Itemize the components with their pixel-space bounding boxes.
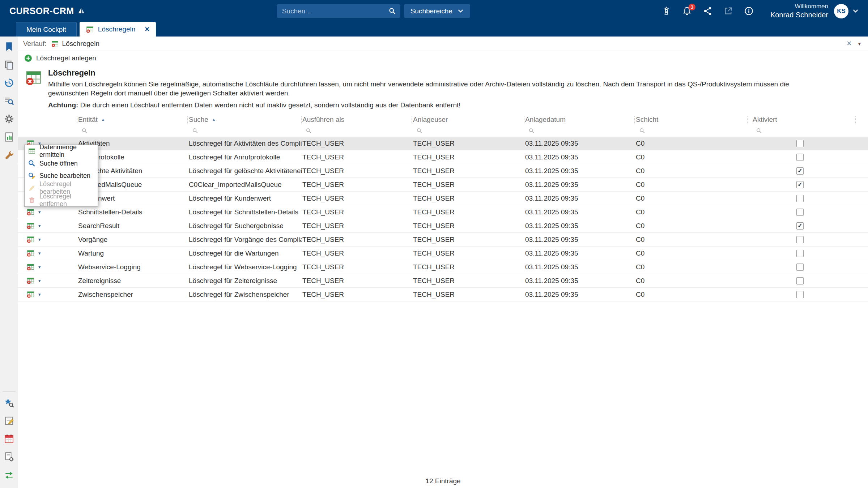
table-row[interactable]: ▾ Anrufprotokolle Löschregel für Anrufpr… bbox=[18, 150, 868, 164]
row-context-menu: Datenmenge ermitteln Suche öffnen Suche … bbox=[24, 145, 98, 207]
search-areas-button[interactable]: Suchbereiche bbox=[404, 4, 470, 18]
deletion-rule-icon bbox=[27, 236, 34, 243]
document-settings-icon[interactable] bbox=[4, 452, 14, 462]
activated-checkbox[interactable] bbox=[796, 264, 804, 271]
settings-gear-icon[interactable] bbox=[4, 114, 14, 124]
global-search-input[interactable] bbox=[277, 4, 400, 18]
column-filter-aktiviert[interactable] bbox=[748, 125, 868, 136]
table-row[interactable]: ▾ Webservice-Logging Löschregel für Webs… bbox=[18, 260, 868, 274]
column-header-schicht[interactable]: Schicht bbox=[635, 114, 748, 137]
column-header-anlagedatum[interactable]: Anlagedatum bbox=[524, 114, 635, 137]
cell-anlagedatum: 03.11.2025 09:35 bbox=[524, 167, 635, 175]
column-header-ausfuehren-als[interactable]: Ausführen als bbox=[302, 114, 412, 137]
row-menu-chevron-icon[interactable]: ▾ bbox=[38, 278, 41, 283]
tab-loeschregeln[interactable]: Löschregeln × bbox=[80, 22, 156, 37]
activated-checkbox[interactable]: ✓ bbox=[796, 222, 804, 230]
favorites-search-icon[interactable] bbox=[4, 398, 14, 408]
table-row[interactable]: ▾ ImportedMailsQueue C0Clear_ImportedMai… bbox=[18, 178, 868, 192]
menu-item-suche-bearbeiten[interactable]: Suche bearbeiten bbox=[25, 170, 98, 182]
external-link-icon[interactable] bbox=[723, 6, 733, 16]
copy-icon[interactable] bbox=[4, 60, 14, 70]
row-menu-chevron-icon[interactable]: ▾ bbox=[38, 251, 41, 256]
table-row[interactable]: ▾ Aktivitäten Löschregel für Aktivitäten… bbox=[18, 137, 868, 150]
table-row[interactable]: ▾ Kundenwert Löschregel für Kundenwert T… bbox=[18, 192, 868, 205]
logo-icon bbox=[77, 7, 85, 15]
notes-icon[interactable] bbox=[4, 416, 14, 426]
activated-checkbox[interactable] bbox=[796, 236, 804, 243]
activated-checkbox[interactable]: ✓ bbox=[796, 167, 804, 175]
activated-checkbox[interactable] bbox=[796, 195, 804, 202]
cell-suche: C0Clear_ImportedMailsQueue bbox=[188, 181, 302, 189]
filter-search-icon bbox=[756, 128, 762, 134]
cell-anlageuser: TECH_USER bbox=[412, 249, 524, 257]
history-icon[interactable] bbox=[4, 78, 14, 88]
activated-checkbox[interactable]: ✓ bbox=[796, 181, 804, 188]
activated-checkbox[interactable] bbox=[796, 209, 804, 216]
main-content: Verlauf: Löschregeln × ▾ Löschregel anle… bbox=[18, 37, 868, 488]
transfer-icon[interactable] bbox=[4, 470, 14, 480]
filter-search-icon bbox=[306, 128, 312, 134]
lighthouse-icon[interactable] bbox=[661, 6, 671, 16]
activated-checkbox[interactable] bbox=[796, 291, 804, 298]
column-filter-entitaet[interactable] bbox=[78, 125, 188, 136]
search-icon[interactable] bbox=[388, 7, 396, 15]
column-label: Suche bbox=[189, 116, 208, 124]
add-plus-icon[interactable] bbox=[24, 54, 32, 62]
column-header-entitaet[interactable]: Entität▲ bbox=[77, 114, 188, 137]
wrench-icon[interactable] bbox=[4, 150, 14, 160]
column-filter-ausfuehren-als[interactable] bbox=[302, 125, 412, 136]
column-filter-schicht[interactable] bbox=[636, 125, 748, 136]
cell-schicht: C0 bbox=[635, 140, 748, 147]
bookmark-icon[interactable] bbox=[4, 42, 14, 52]
table-row[interactable]: ▾ Gelöschte Aktivitäten Löschregel für g… bbox=[18, 164, 868, 178]
table-row[interactable]: ▾ Zeitereignisse Löschregel für Zeiterei… bbox=[18, 274, 868, 288]
cell-entitaet: Wartung bbox=[77, 249, 188, 257]
logo-text: CURSOR-CRM bbox=[9, 6, 74, 16]
column-filter-anlageuser[interactable] bbox=[413, 125, 524, 136]
calendar-icon[interactable] bbox=[4, 434, 14, 444]
table-row[interactable]: ▾ Vorgänge Löschregel für Vorgänge des C… bbox=[18, 233, 868, 247]
activated-checkbox[interactable] bbox=[796, 154, 804, 161]
row-menu-chevron-icon[interactable]: ▾ bbox=[38, 209, 41, 215]
row-menu-chevron-icon[interactable]: ▾ bbox=[38, 292, 41, 297]
collapse-chevron-icon[interactable]: ▾ bbox=[858, 40, 861, 47]
tab-close-icon[interactable]: × bbox=[145, 25, 149, 33]
menu-item-suche-oeffnen[interactable]: Suche öffnen bbox=[25, 157, 98, 170]
column-header-suche[interactable]: Suche▲ bbox=[188, 114, 302, 137]
table-row[interactable]: ▾ Schnittstellen-Details Löschregel für … bbox=[18, 205, 868, 219]
avatar[interactable]: KS bbox=[834, 4, 848, 18]
table-row[interactable]: ▾ Zwischenspeicher Löschregel für Zwisch… bbox=[18, 288, 868, 301]
table-row[interactable]: ▾ SearchResult Löschregel für Suchergebn… bbox=[18, 219, 868, 233]
row-menu-chevron-icon[interactable]: ▾ bbox=[38, 223, 41, 228]
cell-anlagedatum: 03.11.2025 09:35 bbox=[524, 208, 635, 216]
menu-item-datenmenge-ermitteln[interactable]: Datenmenge ermitteln bbox=[25, 145, 98, 157]
deletion-rule-icon bbox=[27, 208, 34, 216]
table-row[interactable]: ▾ Wartung Löschregel für die Wartungen T… bbox=[18, 247, 868, 260]
column-header-aktiviert[interactable]: Aktiviert bbox=[748, 114, 868, 137]
welcome-label: Willkommen bbox=[770, 3, 828, 10]
user-menu-chevron-icon[interactable] bbox=[852, 8, 859, 14]
row-menu-chevron-icon[interactable]: ▾ bbox=[38, 237, 41, 242]
cell-suche: Löschregel für Webservice-Logging bbox=[188, 263, 302, 271]
share-icon[interactable] bbox=[703, 6, 712, 16]
menu-item-loeschregel-entfernen: Löschregel entfernen bbox=[25, 194, 98, 206]
column-filter-suche[interactable] bbox=[189, 125, 302, 136]
history-item-loeschregeln[interactable]: Löschregeln bbox=[51, 40, 99, 48]
cell-anlageuser: TECH_USER bbox=[412, 236, 524, 244]
search-list-icon[interactable] bbox=[4, 96, 14, 106]
column-header-anlageuser[interactable]: Anlageuser bbox=[412, 114, 524, 137]
activated-checkbox[interactable] bbox=[796, 277, 804, 284]
create-rule-button[interactable]: Löschregel anlegen bbox=[36, 54, 96, 62]
cell-suche: Löschregel für die Wartungen bbox=[188, 249, 302, 257]
cell-anlagedatum: 03.11.2025 09:35 bbox=[524, 249, 635, 257]
column-filter-anlagedatum[interactable] bbox=[525, 125, 635, 136]
report-icon[interactable] bbox=[4, 132, 14, 142]
warning-text: Die durch einen Löschlauf entfernten Dat… bbox=[80, 101, 461, 109]
activated-checkbox[interactable] bbox=[796, 250, 804, 257]
activated-checkbox[interactable] bbox=[796, 140, 804, 147]
tab-mein-cockpit[interactable]: Mein Cockpit bbox=[16, 22, 77, 37]
row-menu-chevron-icon[interactable]: ▾ bbox=[38, 264, 41, 270]
notifications-bell-icon[interactable]: 3 bbox=[682, 6, 692, 16]
close-icon[interactable]: × bbox=[847, 39, 851, 48]
info-icon[interactable] bbox=[744, 6, 754, 16]
